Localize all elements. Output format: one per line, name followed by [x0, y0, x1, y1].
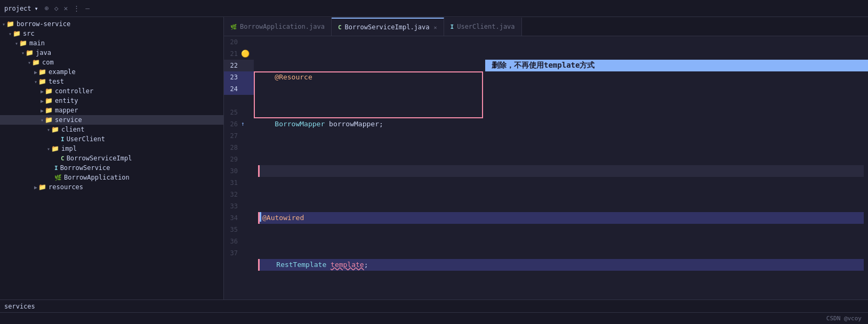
tab-label: UserClient.java: [457, 23, 515, 30]
interface-icon2: I: [54, 165, 58, 172]
close-icon[interactable]: ✕: [63, 4, 68, 12]
tree-item-label: service: [55, 116, 82, 124]
line-number: 30: [224, 165, 241, 177]
line-number: 26: [224, 118, 241, 130]
line-number: 34: [224, 212, 241, 224]
expand-arrow: ▶: [41, 98, 44, 104]
expand-arrow: ▾: [41, 117, 44, 123]
folder-icon: 📁: [51, 145, 59, 152]
tree-item-client[interactable]: ▾ 📁 client: [0, 125, 223, 134]
tab-borrowserviceimpl[interactable]: C BorrowServiceImpl.java ✕: [332, 18, 444, 36]
tree-item-borrowapplication[interactable]: 🌿 BorrowApplication: [0, 173, 223, 182]
class-icon: C: [61, 155, 65, 162]
tree-item-label: test: [49, 78, 64, 85]
folder-icon: 📁: [32, 59, 40, 66]
gutter: [241, 224, 252, 236]
tree-item-mapper[interactable]: ▶ 📁 mapper: [0, 106, 223, 115]
class-tab-icon: C: [338, 24, 342, 31]
tree-item-controller[interactable]: ▶ 📁 controller: [0, 86, 223, 96]
tree-item-main[interactable]: ▾ 📁 main: [0, 38, 223, 48]
expand-arrow: ▾: [15, 40, 18, 46]
services-bar[interactable]: services: [0, 299, 868, 312]
tree-item-java[interactable]: ▾ 📁 java: [0, 48, 223, 58]
delete-annotation-bar: 删除，不再使用template方式: [485, 60, 868, 71]
services-label: services: [4, 303, 35, 310]
expand-arrow: ▾: [47, 146, 50, 152]
tree-item-borrow-service[interactable]: ▾ 📁 borrow-service: [0, 19, 223, 29]
tree-item-label: borrow-service: [17, 20, 70, 28]
title-bar-actions: ⊕ ◇ ✕ ⋮ —: [45, 4, 90, 12]
tree-item-example[interactable]: ▶ 📁 example: [0, 67, 223, 77]
code-line-23: @Autowired: [258, 212, 864, 224]
tree-item-borrowservice[interactable]: I BorrowService: [0, 163, 223, 173]
status-right: CSDN @vcoy: [826, 315, 862, 322]
gutter: ↑: [241, 118, 252, 130]
folder-icon: 📁: [51, 126, 59, 133]
line-number: 35: [224, 224, 241, 236]
tab-bar: 🌿 BorrowApplication.java C BorrowService…: [224, 17, 868, 36]
add-icon[interactable]: ⊕: [45, 4, 49, 12]
gutter: [241, 36, 252, 48]
tree-item-label: BorrowApplication: [64, 174, 130, 181]
status-bar: CSDN @vcoy: [0, 312, 868, 324]
tree-item-label: mapper: [55, 107, 78, 114]
line-number: 33: [224, 200, 241, 212]
tree-item-label: BorrowServiceImpl: [67, 155, 132, 162]
tree-item-label: src: [23, 30, 35, 37]
folder-icon: 📁: [19, 39, 27, 47]
folder-icon: 📁: [6, 20, 14, 28]
folder-icon: 📁: [45, 97, 53, 104]
code-line-20: @Resource: [258, 71, 864, 83]
line-number: 21: [224, 48, 241, 60]
spring-icon: 🌿: [54, 174, 62, 181]
line-number: 36: [224, 236, 241, 247]
project-dropdown[interactable]: project: [4, 5, 31, 12]
gutter: [241, 153, 252, 165]
tree-item-label: com: [42, 59, 54, 66]
folder-icon: 📁: [26, 49, 34, 56]
gutter: [241, 142, 252, 153]
tab-label: BorrowServiceImpl.java: [345, 23, 430, 31]
gutter: 🟡: [241, 48, 252, 60]
gutter: [241, 212, 252, 224]
gutter: [241, 107, 252, 118]
diamond-icon[interactable]: ◇: [54, 4, 59, 12]
folder-icon: 📁: [38, 68, 46, 76]
tree-item-resources[interactable]: ▶ 📁 resources: [0, 182, 223, 192]
tab-close-icon[interactable]: ✕: [434, 25, 437, 30]
folder-icon: 📁: [13, 30, 21, 37]
tree-item-test[interactable]: ▾ 📁 test: [0, 77, 223, 86]
annotation: @Resource: [258, 71, 312, 83]
expand-arrow: ▶: [41, 108, 44, 114]
expand-arrow: ▾: [28, 60, 31, 66]
tree-item-label: java: [36, 49, 51, 56]
tree-item-com[interactable]: ▾ 📁 com: [0, 58, 223, 67]
tree-item-label: resources: [49, 183, 83, 191]
expand-arrow: ▾: [47, 127, 50, 133]
code-line-22: [258, 165, 864, 177]
more-icon[interactable]: ⋮: [73, 4, 80, 12]
tree-item-label: BorrowService: [60, 164, 110, 172]
tree-item-label: main: [29, 39, 45, 47]
tree-item-service[interactable]: ▾ 📁 service: [0, 115, 223, 125]
tree-item-impl[interactable]: ▾ 📁 impl: [0, 144, 223, 153]
tree-item-borrowserviceimpl[interactable]: C BorrowServiceImpl: [0, 153, 223, 163]
line-number: 23: [224, 71, 241, 83]
tab-userclient[interactable]: I UserClient.java: [444, 18, 522, 36]
tree-item-src[interactable]: ▾ 📁 src: [0, 29, 223, 38]
main-layout: ▾ 📁 borrow-service ▾ 📁 src ▾ 📁 main ▾ 📁 …: [0, 17, 868, 299]
tree-item-entity[interactable]: ▶ 📁 entity: [0, 96, 223, 106]
gutter: [241, 165, 252, 177]
gutter: [241, 130, 252, 142]
line-number: 31: [224, 177, 241, 189]
minimize-icon[interactable]: —: [85, 4, 90, 12]
project-label[interactable]: project ▾: [4, 5, 38, 12]
expand-arrow: ▶: [34, 69, 37, 75]
interface-tab-icon: I: [451, 23, 454, 30]
gutter: [241, 189, 252, 200]
tab-borrowapplication[interactable]: 🌿 BorrowApplication.java: [224, 18, 332, 36]
code-area: 20 21 🟡 22 23: [224, 36, 868, 299]
line-number: 24: [224, 83, 241, 95]
code-content: @Resource BorrowMapper borrowMapper; @Au…: [254, 36, 868, 299]
tree-item-userclient[interactable]: I UserClient: [0, 134, 223, 144]
